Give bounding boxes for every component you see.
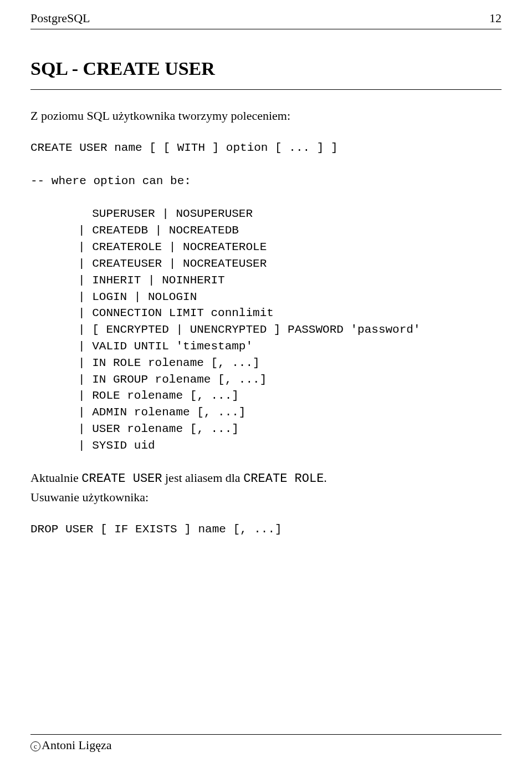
code-line: | VALID UNTIL 'timestamp' xyxy=(78,340,253,353)
copyright-icon: c xyxy=(30,741,40,751)
code-line: | CONNECTION LIMIT connlimit xyxy=(78,307,274,319)
code-block-create-user: CREATE USER name [ [ WITH ] option [ ...… xyxy=(30,140,502,189)
page-header: PostgreSQL 12 xyxy=(30,11,502,26)
code-block-drop-user: DROP USER [ IF EXISTS ] name [, ...] xyxy=(30,521,502,538)
footer-author: cAntoni Ligęza xyxy=(30,738,502,752)
code-line: | [ ENCRYPTED | UNENCRYPTED ] PASSWORD '… xyxy=(78,323,421,336)
code-line: CREATE USER name [ [ WITH ] option [ ...… xyxy=(30,141,338,154)
header-topic: PostgreSQL xyxy=(30,11,90,26)
header-divider xyxy=(30,29,502,29)
code-line: | CREATEDB | NOCREATEDB xyxy=(78,224,239,237)
note-text: . xyxy=(324,471,327,485)
code-line: | ROLE rolename [, ...] xyxy=(78,389,239,402)
code-line: | INHERIT | NOINHERIT xyxy=(78,274,225,287)
code-line: | IN GROUP rolename [, ...] xyxy=(78,373,267,386)
note-text: Aktualnie xyxy=(30,471,81,485)
code-line: -- where option can be: xyxy=(30,175,191,187)
code-line: | IN ROLE rolename [, ...] xyxy=(78,357,260,369)
page-footer: cAntoni Ligęza xyxy=(30,734,502,752)
code-block-options: SUPERUSER | NOSUPERUSER | CREATEDB | NOC… xyxy=(30,206,502,454)
author-name: Antoni Ligęza xyxy=(42,738,111,752)
note-mono: CREATE ROLE xyxy=(243,472,324,486)
note-text: jest aliasem dla xyxy=(162,471,244,485)
footer-divider xyxy=(30,734,502,735)
code-line: | SYSID uid xyxy=(78,439,155,452)
code-line: | LOGIN | NOLOGIN xyxy=(78,291,197,303)
note-alias: Aktualnie CREATE USER jest aliasem dla C… xyxy=(30,471,502,486)
code-line: DROP USER [ IF EXISTS ] name [, ...] xyxy=(30,523,282,536)
code-line: | ADMIN rolename [, ...] xyxy=(78,406,245,419)
code-line: | CREATEROLE | NOCREATEROLE xyxy=(78,241,267,253)
note-mono: CREATE USER xyxy=(81,472,162,486)
page-number: 12 xyxy=(489,11,502,26)
removal-text: Usuwanie użytkownika: xyxy=(30,490,502,505)
title-divider xyxy=(30,89,502,90)
code-line: | USER rolename [, ...] xyxy=(78,423,239,435)
code-line: SUPERUSER | NOSUPERUSER xyxy=(78,207,253,220)
page-title: SQL - CREATE USER xyxy=(30,58,502,79)
intro-text: Z poziomu SQL użytkownika tworzymy polec… xyxy=(30,109,502,123)
code-line: | CREATEUSER | NOCREATEUSER xyxy=(78,257,267,270)
